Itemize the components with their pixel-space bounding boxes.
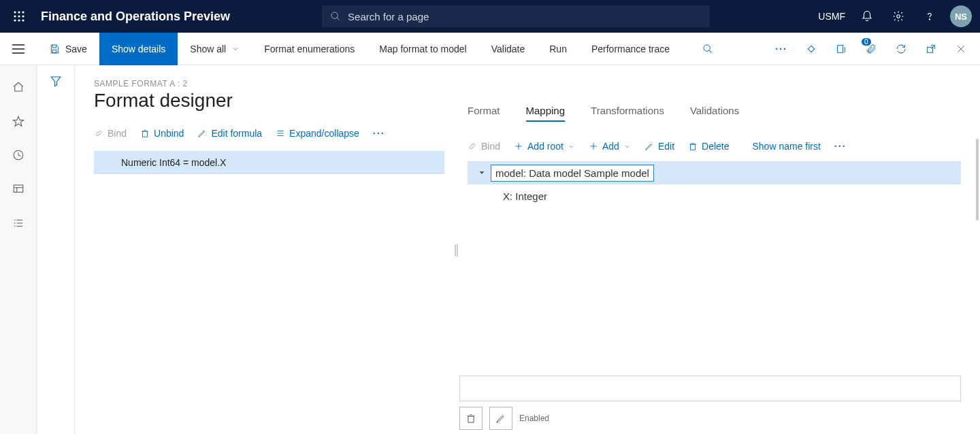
svg-point-2 (22, 11, 24, 13)
svg-line-10 (337, 18, 339, 20)
chevron-down-icon (568, 143, 575, 150)
add-button[interactable]: Add (589, 141, 631, 152)
funnel-icon (50, 75, 62, 87)
tab-mapping[interactable]: Mapping (526, 105, 566, 122)
svg-marker-22 (13, 116, 23, 126)
diamond-icon[interactable] (798, 33, 825, 65)
map-format-button[interactable]: Map format to model (367, 33, 478, 65)
scrollbar[interactable] (976, 139, 979, 220)
save-label: Save (65, 44, 87, 54)
mapping-root-label: model: Data model Sample model (491, 165, 654, 182)
run-button[interactable]: Run (537, 33, 579, 65)
mapping-tree: model: Data model Sample model X: Intege… (468, 161, 961, 207)
save-button[interactable]: Save (37, 33, 99, 65)
show-all-button[interactable]: Show all (178, 33, 252, 65)
format-tree-label: Numeric Int64 = model.X (121, 157, 226, 168)
splitter[interactable]: ‖ (453, 65, 459, 434)
svg-point-1 (18, 11, 20, 13)
svg-rect-13 (52, 50, 56, 52)
performance-trace-button[interactable]: Performance trace (579, 33, 682, 65)
star-icon[interactable] (0, 107, 37, 135)
attachment-badge: 0 (862, 38, 871, 46)
find-icon[interactable] (694, 33, 721, 65)
command-bar: Save Show details Show all Format enumer… (0, 33, 980, 65)
svg-marker-33 (51, 77, 61, 86)
chevron-down-icon (623, 143, 631, 150)
right-toolbar: Bind Add root Add Edit (468, 141, 961, 152)
svg-point-7 (18, 19, 20, 21)
main-layout: SAMPLE FORMAT A : 2 Format designer Bind… (0, 65, 980, 434)
edit-property-button[interactable] (489, 407, 512, 430)
expand-collapse-button[interactable]: Expand/collapse (276, 128, 359, 139)
svg-rect-34 (143, 131, 148, 137)
navy-topbar: Finance and Operations Preview USMF NS (0, 0, 980, 33)
show-details-label: Show details (112, 44, 165, 54)
format-tree-row[interactable]: Numeric Int64 = model.X (94, 151, 444, 174)
modules-icon[interactable] (0, 210, 37, 237)
add-root-button[interactable]: Add root (514, 141, 575, 152)
tab-transformations[interactable]: Transformations (591, 105, 664, 122)
tab-format[interactable]: Format (468, 105, 500, 122)
mapping-child-row[interactable]: X: Integer (468, 184, 961, 207)
show-all-label: Show all (190, 44, 226, 54)
show-name-first-button[interactable]: Show name first (752, 141, 820, 152)
delete-property-button[interactable] (459, 407, 483, 430)
show-details-button[interactable]: Show details (99, 33, 178, 65)
open-icon[interactable] (828, 33, 855, 65)
edit-button[interactable]: Edit (644, 141, 674, 152)
content-area: SAMPLE FORMAT A : 2 Format designer Bind… (75, 65, 980, 434)
clock-icon[interactable] (0, 141, 37, 169)
close-icon[interactable] (947, 33, 975, 65)
formula-input[interactable] (459, 375, 961, 401)
svg-rect-16 (808, 46, 814, 52)
caret-down-icon[interactable] (477, 169, 487, 176)
mapping-child-label: X: Integer (503, 190, 547, 202)
filter-pane[interactable] (37, 65, 75, 434)
bottom-panel: Enabled (459, 375, 961, 434)
home-icon[interactable] (0, 73, 37, 101)
bell-icon[interactable] (852, 0, 882, 33)
left-panel: SAMPLE FORMAT A : 2 Format designer Bind… (75, 65, 453, 434)
avatar[interactable]: NS (950, 5, 972, 27)
cmdbar-right: ··· 0 (768, 33, 980, 65)
left-toolbar: Bind Unbind Edit formula Expand/collapse… (94, 128, 444, 139)
svg-point-14 (704, 45, 710, 51)
svg-point-12 (929, 19, 930, 20)
topbar-right: USMF NS (818, 0, 975, 33)
right-panel: Format Mapping Transformations Validatio… (459, 65, 980, 434)
app-title: Finance and Operations Preview (41, 10, 230, 24)
left-sidebar (0, 65, 37, 434)
delete-button[interactable]: Delete (688, 141, 729, 152)
breadcrumb: SAMPLE FORMAT A : 2 (94, 79, 444, 88)
more-icon[interactable]: ··· (768, 33, 795, 65)
enabled-label: Enabled (519, 414, 549, 423)
workspace-icon[interactable] (0, 176, 37, 203)
map-bind-button: Bind (468, 141, 500, 152)
company-code[interactable]: USMF (818, 11, 845, 22)
right-tabs: Format Mapping Transformations Validatio… (468, 105, 961, 122)
svg-point-0 (14, 11, 16, 13)
svg-marker-43 (480, 171, 485, 174)
unbind-button[interactable]: Unbind (140, 128, 184, 139)
right-more-icon[interactable]: ··· (834, 141, 847, 152)
popout-icon[interactable] (917, 33, 945, 65)
left-more-icon[interactable]: ··· (373, 128, 385, 139)
gear-icon[interactable] (883, 0, 913, 33)
waffle-icon[interactable] (5, 0, 33, 33)
help-icon[interactable] (915, 0, 945, 33)
mapping-root-row[interactable]: model: Data model Sample model (468, 161, 961, 184)
svg-point-6 (14, 19, 16, 21)
svg-line-15 (709, 50, 711, 52)
refresh-icon[interactable] (887, 33, 915, 65)
format-enumerations-button[interactable]: Format enumerations (252, 33, 367, 65)
svg-rect-44 (468, 416, 474, 422)
search-input[interactable] (348, 11, 702, 22)
page-title: Format designer (94, 90, 444, 112)
hamburger-icon[interactable] (0, 33, 37, 65)
svg-rect-42 (691, 144, 696, 150)
edit-formula-button[interactable]: Edit formula (197, 128, 262, 139)
attachment-icon[interactable]: 0 (858, 33, 885, 65)
tab-validations[interactable]: Validations (690, 105, 739, 122)
validate-button[interactable]: Validate (479, 33, 538, 65)
global-search[interactable] (322, 5, 710, 27)
